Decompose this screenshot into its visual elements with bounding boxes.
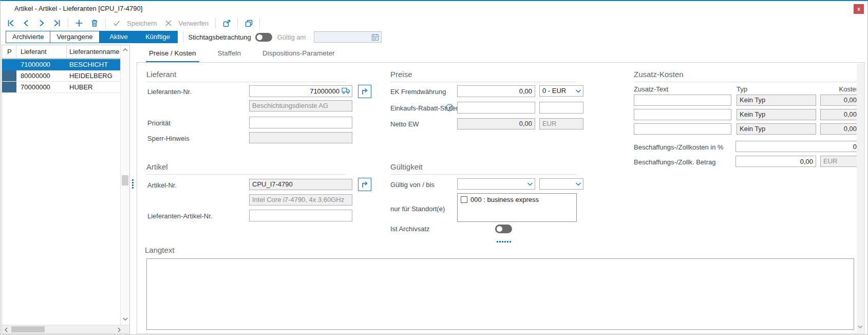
section-title-langtext: Langtext — [145, 246, 175, 257]
scroll-down-icon[interactable] — [123, 317, 128, 322]
priority-cell — [2, 70, 16, 82]
section-title-lieferant: Lieferant — [146, 70, 346, 82]
vertical-scrollbar[interactable] — [120, 45, 129, 325]
save-button[interactable]: Speichern — [127, 20, 157, 27]
zusatz-kosten-field: 0,00 — [820, 123, 860, 135]
rabatt-stufe2-input[interactable] — [539, 102, 583, 114]
expand-dots-handle[interactable] — [497, 241, 511, 243]
scroll-left-icon[interactable] — [4, 327, 8, 333]
scroll-down-icon[interactable] — [858, 324, 863, 330]
previous-record-button[interactable] — [20, 17, 32, 29]
zollk-betrag-input[interactable] — [735, 156, 816, 167]
section-title-gueltigkeit: Gültigkeit — [390, 162, 576, 175]
zusatz-text-input[interactable] — [634, 95, 731, 106]
tab-staffeln[interactable]: Staffeln — [215, 46, 244, 63]
copy-record-icon[interactable] — [242, 17, 255, 29]
open-in-window-icon[interactable] — [220, 17, 233, 29]
column-header-lieferantenname[interactable]: Lieferantenname — [67, 45, 121, 58]
close-button[interactable]: x — [854, 4, 864, 14]
first-record-button[interactable] — [5, 17, 17, 29]
lieferantenname-cell: HUBER — [67, 82, 121, 93]
lieferantenname-cell: BESCHICHT — [67, 59, 121, 70]
lieferant-cell: 70000000 — [16, 82, 67, 93]
title-bar: Artikel - Artikel - Lieferanten [CPU_I7-… — [1, 1, 867, 15]
delete-record-button[interactable] — [88, 17, 101, 29]
panel-splitter-handle[interactable] — [132, 179, 134, 190]
gueltig-am-datefield — [314, 31, 382, 43]
lieferantenname-cell: HEIDELBERG — [67, 70, 121, 82]
chevron-down-icon — [575, 89, 581, 94]
standorte-label: nur für Standort(e) — [390, 205, 445, 213]
content-vertical-scrollbar[interactable] — [857, 63, 863, 333]
netto-currency-field: EUR — [539, 118, 583, 129]
zusatz-kosten-field: 0,00 — [820, 109, 860, 120]
lieferanten-nr-label: Lieferanten-Nr. — [147, 88, 192, 96]
tab-dispositions-parameter[interactable]: Dispositions-Parameter — [259, 46, 337, 63]
standort-checkbox[interactable] — [461, 196, 467, 203]
prioritaet-input[interactable] — [249, 117, 352, 128]
stichtag-toggle[interactable] — [255, 33, 272, 42]
record-filter-bar: Archivierte Vergangene Aktive Künftige S… — [6, 31, 382, 43]
zollk-betrag-label: Beschaffungs-/Zollk. Betrag — [634, 158, 715, 166]
goto-artikel-button[interactable] — [358, 178, 371, 191]
discard-button[interactable]: Verwerfen — [179, 20, 209, 27]
section-title-zusatz-kosten: Zusatz-Kosten — [634, 70, 860, 82]
lieferanten-artikel-nr-label: Lieferanten-Artikel-Nr. — [147, 212, 212, 220]
netto-ew-field: 0,00 — [457, 118, 535, 129]
rabatt-stufe1-input[interactable] — [457, 102, 535, 114]
next-record-button[interactable] — [35, 17, 48, 29]
ist-archivsatz-toggle[interactable] — [495, 225, 512, 233]
chevron-down-icon — [575, 182, 581, 187]
last-record-button[interactable] — [51, 17, 63, 29]
zollk-betrag-currency-field: EUR — [820, 156, 860, 167]
netto-ew-label: Netto EW — [390, 120, 419, 128]
gueltig-bis-dropdown[interactable] — [539, 178, 583, 190]
gueltig-am-input[interactable] — [315, 32, 369, 42]
filter-tab-aktive[interactable]: Aktive — [100, 31, 139, 43]
zollkosten-prozent-label: Beschaffungs-/Zollkosten in % — [634, 143, 724, 151]
zusatz-typ-field: Kein Typ — [737, 95, 816, 106]
tab-preise-kosten[interactable]: Preise / Kosten — [146, 46, 199, 63]
ek-currency-value: 0 - EUR — [542, 87, 566, 95]
scroll-right-icon[interactable] — [117, 327, 121, 333]
save-check-icon[interactable] — [110, 17, 123, 29]
zusatz-text-input[interactable] — [634, 109, 731, 120]
lieferanten-nr-input[interactable] — [249, 85, 352, 97]
zusatz-text-input[interactable] — [634, 123, 731, 135]
zusatz-text-column-label: Zusatz-Text — [634, 85, 668, 93]
lieferant-cell: 80000000 — [16, 70, 67, 82]
lieferanten-artikel-nr-input[interactable] — [249, 210, 352, 221]
info-icon[interactable] — [446, 104, 454, 114]
section-title-artikel: Artikel — [146, 162, 346, 175]
add-record-button[interactable] — [73, 17, 85, 29]
typ-column-label: Typ — [737, 85, 747, 93]
standorte-listbox[interactable]: 000 : business express — [457, 193, 577, 222]
goto-lieferant-button[interactable] — [358, 85, 371, 98]
filter-tab-vergangene[interactable]: Vergangene — [50, 31, 99, 43]
scrollbar-thumb[interactable] — [11, 326, 45, 332]
zusatz-typ-field: Kein Typ — [737, 109, 816, 120]
artikel-desc-field: Intel Core i7-4790, 4x 3.60GHz — [249, 194, 352, 206]
zollkosten-prozent-input[interactable] — [735, 141, 860, 152]
standort-option-label: 000 : business express — [470, 196, 539, 203]
scrollbar-thumb[interactable] — [122, 175, 128, 185]
sperr-hinweis-label: Sperr-Hinweis — [147, 135, 190, 142]
standort-option[interactable]: 000 : business express — [458, 194, 576, 203]
scroll-up-icon[interactable] — [123, 47, 128, 53]
section-title-preise: Preise — [390, 70, 576, 82]
langtext-textarea[interactable] — [146, 258, 854, 330]
horizontal-scrollbar[interactable] — [2, 325, 129, 333]
kosten-column-label: Kosten — [820, 85, 860, 93]
table-row[interactable]: 70000000 HUBER — [2, 82, 121, 93]
table-row[interactable]: 71000000 BESCHICHT — [2, 59, 121, 70]
ek-fremdwaehrung-label: EK Fremdwährung — [390, 88, 446, 96]
discard-x-icon[interactable] — [162, 17, 175, 29]
column-header-p[interactable]: P — [2, 45, 16, 58]
filter-tab-archivierte[interactable]: Archivierte — [6, 31, 50, 43]
table-row[interactable]: 80000000 HEIDELBERG — [2, 70, 121, 82]
gueltig-von-dropdown[interactable] — [457, 178, 535, 190]
column-header-lieferant[interactable]: Lieferant — [16, 45, 67, 58]
ek-currency-dropdown[interactable]: 0 - EUR — [539, 85, 583, 97]
filter-tab-kuenftige[interactable]: Künftige — [139, 31, 178, 43]
ek-fremdwaehrung-input[interactable] — [457, 85, 535, 97]
